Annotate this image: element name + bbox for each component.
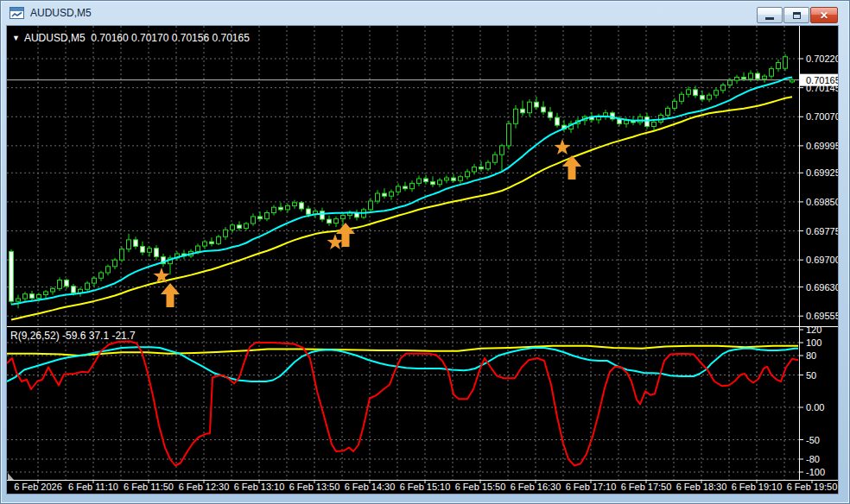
svg-text:-80: -80 bbox=[806, 454, 820, 464]
svg-text:0.70165: 0.70165 bbox=[806, 75, 838, 85]
svg-text:0.00: 0.00 bbox=[806, 402, 824, 413]
svg-text:6 Feb 17:10: 6 Feb 17:10 bbox=[566, 482, 617, 492]
svg-text:6 Feb 2026: 6 Feb 2026 bbox=[14, 482, 62, 492]
ohlc-header: ▼AUDUSD,M5 0.70160 0.70170 0.70156 0.701… bbox=[12, 32, 250, 44]
svg-text:120: 120 bbox=[806, 324, 821, 335]
indicator-header: R(9,26,52) -59.6 37.1 -21.7 bbox=[10, 330, 136, 342]
svg-text:50: 50 bbox=[806, 370, 816, 381]
svg-text:6 Feb 19:10: 6 Feb 19:10 bbox=[732, 482, 783, 492]
svg-text:0.70220: 0.70220 bbox=[806, 54, 838, 64]
title-bar[interactable]: AUDUSD,M5 ✕ bbox=[0, 0, 850, 26]
mt4-chart-window: AUDUSD,M5 ✕ 0.702200.701450.700700.69995… bbox=[0, 0, 850, 504]
svg-text:6 Feb 11:10: 6 Feb 11:10 bbox=[68, 482, 118, 492]
close-value: 0.70165 bbox=[212, 32, 249, 44]
svg-text:0.69555: 0.69555 bbox=[806, 311, 838, 321]
svg-text:0.69775: 0.69775 bbox=[806, 226, 838, 236]
svg-text:6 Feb 18:30: 6 Feb 18:30 bbox=[676, 482, 727, 492]
collapse-arrow-icon[interactable]: ▼ bbox=[12, 34, 20, 42]
high-value: 0.70170 bbox=[131, 32, 168, 44]
chart-client-area[interactable]: 0.702200.701450.700700.699950.699250.698… bbox=[7, 26, 838, 494]
svg-text:0.69700: 0.69700 bbox=[806, 255, 838, 265]
low-value: 0.70156 bbox=[172, 32, 209, 44]
svg-text:6 Feb 11:50: 6 Feb 11:50 bbox=[124, 482, 174, 492]
symbol-label: AUDUSD,M5 bbox=[24, 32, 86, 44]
svg-text:6 Feb 15:50: 6 Feb 15:50 bbox=[455, 482, 506, 492]
svg-text:0.69630: 0.69630 bbox=[806, 282, 838, 293]
price-chart-svg[interactable]: 0.702200.701450.700700.699950.699250.698… bbox=[7, 26, 838, 494]
svg-text:0.70070: 0.70070 bbox=[806, 111, 838, 122]
close-icon: ✕ bbox=[820, 10, 828, 21]
svg-text:0.69850: 0.69850 bbox=[806, 197, 838, 207]
chart-window-icon bbox=[10, 7, 24, 19]
restore-button[interactable] bbox=[783, 7, 809, 23]
svg-text:6 Feb 19:50: 6 Feb 19:50 bbox=[787, 482, 838, 492]
svg-text:0.69995: 0.69995 bbox=[806, 141, 838, 151]
time-axis[interactable]: 6 Feb 20266 Feb 11:106 Feb 11:506 Feb 12… bbox=[14, 481, 837, 492]
svg-text:-50: -50 bbox=[806, 435, 820, 445]
svg-text:100: 100 bbox=[806, 337, 821, 348]
svg-text:6 Feb 17:50: 6 Feb 17:50 bbox=[621, 482, 672, 492]
svg-text:0.69925: 0.69925 bbox=[806, 167, 838, 178]
close-button[interactable]: ✕ bbox=[810, 7, 838, 23]
svg-text:6 Feb 15:10: 6 Feb 15:10 bbox=[400, 482, 451, 492]
svg-text:6 Feb 14:30: 6 Feb 14:30 bbox=[345, 482, 396, 492]
restore-icon bbox=[793, 12, 801, 19]
svg-text:6 Feb 16:30: 6 Feb 16:30 bbox=[511, 482, 561, 492]
window-title: AUDUSD,M5 bbox=[30, 7, 92, 19]
open-value: 0.70160 bbox=[91, 32, 128, 44]
svg-text:6 Feb 12:30: 6 Feb 12:30 bbox=[179, 482, 230, 492]
minimize-icon bbox=[765, 17, 774, 20]
svg-text:-100: -100 bbox=[806, 467, 825, 477]
svg-text:6 Feb 13:50: 6 Feb 13:50 bbox=[289, 482, 340, 492]
svg-text:80: 80 bbox=[806, 350, 816, 361]
minimize-button[interactable] bbox=[757, 7, 783, 23]
svg-text:6 Feb 13:10: 6 Feb 13:10 bbox=[234, 482, 285, 492]
